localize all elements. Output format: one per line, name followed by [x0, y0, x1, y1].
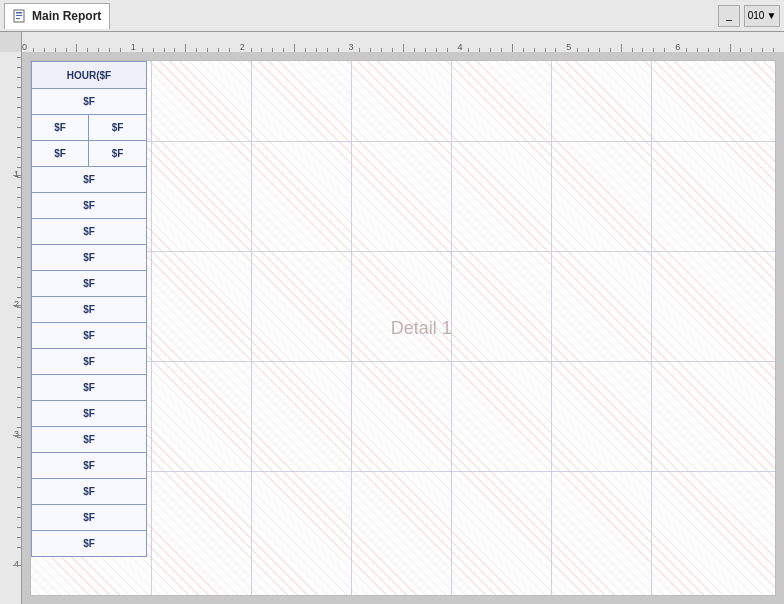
ruler-dot [577, 48, 578, 52]
dropdown-icon: ▼ [766, 10, 776, 21]
ruler-v-line-0 [13, 175, 21, 176]
cell-row-9: $F [31, 297, 147, 323]
ruler-dot [370, 48, 371, 52]
ruler-dot [196, 48, 197, 52]
v-dot [17, 377, 21, 378]
v-dot [17, 237, 21, 238]
v-dot [17, 197, 21, 198]
ruler-dot [33, 48, 34, 52]
ruler-dot [316, 48, 317, 52]
cell-row-2: $F $F [31, 115, 147, 141]
ruler-h-mark-0: 0 [22, 42, 27, 52]
cell-row-15: $F [31, 453, 147, 479]
v-dot [17, 437, 21, 438]
cell-row-16: $F [31, 479, 147, 505]
cell-row-14: $F [31, 427, 147, 453]
ruler-dot [109, 48, 110, 52]
ruler-dot [545, 48, 546, 52]
ruler-dot [283, 48, 284, 52]
v-dot [17, 227, 21, 228]
v-dot [17, 107, 21, 108]
detail-label: Detail 1 [391, 318, 452, 339]
ruler-dot [174, 48, 175, 52]
ruler-dot [653, 48, 654, 52]
svg-rect-2 [16, 15, 22, 16]
cell-row-17: $F [31, 505, 147, 531]
ruler-dot [392, 48, 393, 52]
v-dot [17, 497, 21, 498]
ruler-dot [87, 48, 88, 52]
ruler-dot [425, 48, 426, 52]
main-report-tab[interactable]: Main Report [4, 3, 110, 29]
ruler-dot [730, 44, 731, 52]
ruler-v-line-2 [13, 435, 21, 436]
cell-row-18: $F [31, 531, 147, 557]
ruler-dot [55, 48, 56, 52]
report-canvas[interactable]: Detail 1 HOUR($F $F $F $F $F [30, 60, 776, 596]
v-dot [17, 327, 21, 328]
ruler-dot [251, 48, 252, 52]
vertical-ruler: 1234 [0, 52, 22, 604]
v-dot [17, 127, 21, 128]
ruler-v-line-3 [13, 565, 21, 566]
v-dot [17, 137, 21, 138]
ruler-dot [359, 48, 360, 52]
counter-button[interactable]: 010 ▼ [744, 5, 780, 27]
ruler-dot [751, 48, 752, 52]
v-dot [17, 147, 21, 148]
v-dot [17, 547, 21, 548]
ruler-dot [501, 48, 502, 52]
v-dot [17, 417, 21, 418]
ruler-dot [719, 48, 720, 52]
ruler-h-mark-6: 6 [675, 42, 680, 52]
ruler-dot [120, 48, 121, 52]
ruler-dot [588, 48, 589, 52]
minimize-button[interactable]: ⎯ [718, 5, 740, 27]
horizontal-ruler-row: 0123456 [0, 32, 784, 52]
ruler-dot [610, 48, 611, 52]
ruler-dot [642, 48, 643, 52]
v-dot [17, 217, 21, 218]
v-dot [17, 447, 21, 448]
ruler-dot [708, 48, 709, 52]
ruler-dot [740, 48, 741, 52]
ruler-h-mark-4: 4 [457, 42, 462, 52]
ruler-dot [98, 48, 99, 52]
canvas-wrapper: 0123456 1234 Detail 1 [0, 32, 784, 604]
ruler-dot [414, 48, 415, 52]
cell-row-12: $F [31, 375, 147, 401]
v-dot [17, 457, 21, 458]
ruler-dot [142, 48, 143, 52]
v-dot [17, 517, 21, 518]
v-dot [17, 317, 21, 318]
ruler-dot [762, 48, 763, 52]
v-dot [17, 467, 21, 468]
ruler-dot [447, 48, 448, 52]
v-dot [17, 187, 21, 188]
v-dot [17, 287, 21, 288]
v-dot [17, 537, 21, 538]
ruler-dot [512, 44, 513, 52]
ruler-corner [0, 32, 22, 52]
v-dot [17, 487, 21, 488]
counter-label: 010 [748, 10, 765, 21]
v-dot [17, 507, 21, 508]
ruler-dot [664, 48, 665, 52]
v-dot [17, 247, 21, 248]
ruler-dot [185, 44, 186, 52]
ruler-h-mark-5: 5 [566, 42, 571, 52]
v-dot [17, 67, 21, 68]
ruler-dot [327, 48, 328, 52]
v-dot [17, 477, 21, 478]
v-dot [17, 307, 21, 308]
v-dot [17, 267, 21, 268]
v-dot [17, 87, 21, 88]
ruler-dot [479, 48, 480, 52]
cell-row-13: $F [31, 401, 147, 427]
ruler-dot [44, 48, 45, 52]
ruler-dot [272, 48, 273, 52]
cell-half-2b: $F [89, 115, 147, 141]
ruler-dot [599, 48, 600, 52]
ruler-dot [229, 48, 230, 52]
cell-row-4: $F [31, 167, 147, 193]
